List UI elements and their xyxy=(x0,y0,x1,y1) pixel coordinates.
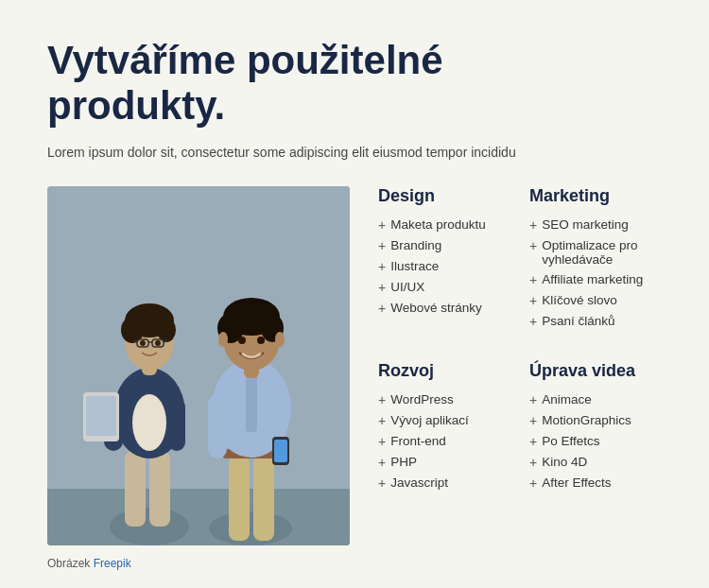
svg-rect-4 xyxy=(149,451,170,527)
svg-point-41 xyxy=(275,332,285,347)
page-title: Vytváříme použitelné produkty. xyxy=(47,38,501,130)
image-credit: Obrázek Freepik xyxy=(47,557,350,570)
plus-icon: + xyxy=(378,455,386,470)
plus-icon: + xyxy=(378,217,386,233)
rozvoj-section: Rozvoj +WordPress +Vývoj aplikací +Front… xyxy=(378,361,510,496)
svg-rect-9 xyxy=(86,396,116,436)
list-item: +Po Effetcs xyxy=(529,434,662,449)
list-item: +Affiliate marketing xyxy=(529,272,662,287)
plus-icon: + xyxy=(529,217,537,233)
plus-icon: + xyxy=(529,272,537,287)
photo-block: Obrázek Freepik xyxy=(47,186,350,570)
svg-point-23 xyxy=(209,511,292,545)
list-item: +WordPress xyxy=(378,392,510,407)
plus-icon: + xyxy=(378,259,386,274)
svg-point-22 xyxy=(155,340,161,346)
svg-point-40 xyxy=(218,332,228,347)
plus-icon: + xyxy=(378,392,386,407)
design-section: Design +Maketa produktu +Branding +Ilust… xyxy=(378,186,510,321)
list-item: +Optimalizace pro vyhledávače xyxy=(529,238,662,267)
list-item: +Javascript xyxy=(378,476,510,491)
list-item: +Psaní článků xyxy=(529,314,662,329)
svg-point-6 xyxy=(132,394,166,451)
svg-rect-10 xyxy=(168,399,185,451)
columns-block: Design +Maketa produktu +Branding +Ilust… xyxy=(378,186,662,523)
list-item: +Front-end xyxy=(378,434,510,449)
svg-rect-29 xyxy=(208,394,227,458)
list-item: +Animace xyxy=(529,392,662,407)
plus-icon: + xyxy=(529,476,537,491)
plus-icon: + xyxy=(529,238,537,253)
svg-rect-1 xyxy=(47,489,350,545)
plus-icon: + xyxy=(529,413,537,428)
list-item: +Klíčové slovo xyxy=(529,293,662,308)
freepik-link[interactable]: Freepik xyxy=(94,557,131,570)
list-item: +MotionGraphics xyxy=(529,413,662,428)
svg-rect-25 xyxy=(253,456,274,541)
list-item: +Vývoj aplikací xyxy=(378,413,510,428)
svg-rect-28 xyxy=(246,375,257,432)
list-item: +UI/UX xyxy=(378,280,510,295)
svg-point-21 xyxy=(140,340,146,346)
marketing-title: Marketing xyxy=(529,186,662,206)
svg-point-38 xyxy=(238,337,246,344)
plus-icon: + xyxy=(378,476,386,491)
design-list: +Maketa produktu +Branding +Ilustrace +U… xyxy=(378,217,510,316)
list-item: +SEO marketing xyxy=(529,217,662,233)
list-item: +Webové stránky xyxy=(378,301,510,316)
plus-icon: + xyxy=(378,434,386,449)
list-item: +Maketa produktu xyxy=(378,217,510,233)
photo-placeholder xyxy=(47,186,350,545)
plus-icon: + xyxy=(529,455,537,470)
plus-icon: + xyxy=(378,413,386,428)
plus-icon: + xyxy=(529,293,537,308)
plus-icon: + xyxy=(529,314,537,329)
plus-icon: + xyxy=(529,392,537,407)
svg-point-15 xyxy=(157,318,176,342)
svg-rect-24 xyxy=(229,456,250,541)
people-illustration xyxy=(47,186,350,545)
uprava-videa-list: +Animace +MotionGraphics +Po Effetcs +Ki… xyxy=(529,392,662,491)
design-title: Design xyxy=(378,186,510,206)
rozvoj-list: +WordPress +Vývoj aplikací +Front-end +P… xyxy=(378,392,510,491)
svg-rect-3 xyxy=(125,451,146,527)
list-item: +Ilustrace xyxy=(378,259,510,274)
list-item: +PHP xyxy=(378,455,510,470)
marketing-section: Marketing +SEO marketing +Optimalizace p… xyxy=(529,186,662,335)
svg-rect-32 xyxy=(274,440,287,462)
rozvoj-title: Rozvoj xyxy=(378,361,510,381)
list-item: +Branding xyxy=(378,238,510,253)
plus-icon: + xyxy=(378,301,386,316)
plus-icon: + xyxy=(529,434,537,449)
list-item: +Kino 4D xyxy=(529,455,662,470)
uprava-videa-title: Úprava videa xyxy=(529,361,662,381)
content-area: Obrázek Freepik Design +Maketa produktu … xyxy=(47,186,662,570)
plus-icon: + xyxy=(378,280,386,295)
marketing-list: +SEO marketing +Optimalizace pro vyhledá… xyxy=(529,217,662,329)
list-item: +After Effects xyxy=(529,476,662,491)
plus-icon: + xyxy=(378,238,386,253)
svg-point-39 xyxy=(257,337,265,344)
uprava-videa-section: Úprava videa +Animace +MotionGraphics +P… xyxy=(529,361,662,496)
page-subtitle: Lorem ipsum dolor sit, consectetur some … xyxy=(47,145,577,160)
